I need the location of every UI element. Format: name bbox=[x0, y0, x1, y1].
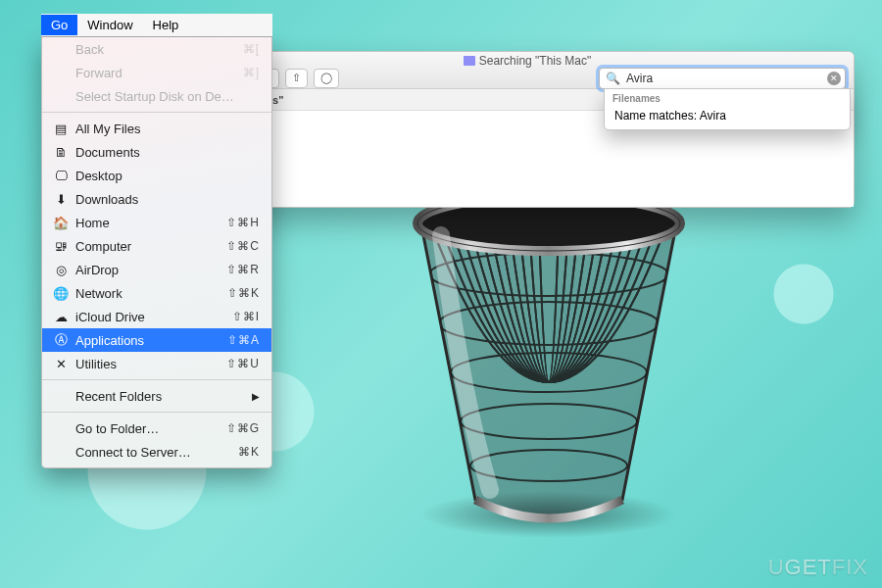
menu-goto-shortcut: ⇧⌘G bbox=[226, 421, 260, 435]
menu-airdrop[interactable]: ◎ AirDrop ⇧⌘R bbox=[42, 258, 271, 281]
watermark-u: U bbox=[768, 555, 785, 579]
menu-utilities[interactable]: ✕ Utilities ⇧⌘U bbox=[42, 352, 271, 375]
menu-back: Back ⌘[ bbox=[42, 37, 271, 61]
documents-icon: 🗎 bbox=[52, 144, 70, 160]
menubar: Go Window Help bbox=[41, 14, 272, 36]
menu-computer-label: Computer bbox=[75, 239, 226, 254]
menu-forward: Forward ⌘] bbox=[42, 61, 271, 84]
utilities-icon: ✕ bbox=[52, 356, 70, 371]
menu-computer-shortcut: ⇧⌘C bbox=[226, 239, 260, 253]
applications-icon: Ⓐ bbox=[52, 332, 70, 348]
menu-applications[interactable]: Ⓐ Applications ⇧⌘A bbox=[42, 328, 271, 352]
spacer-icon bbox=[52, 41, 70, 57]
watermark-fix: FIX bbox=[832, 555, 868, 579]
suggestion-item[interactable]: Name matches: Avira bbox=[605, 106, 850, 125]
menu-airdrop-shortcut: ⇧⌘R bbox=[226, 263, 260, 276]
finder-titlebar: Searching "This Mac" ‹ › ✻ ▾ ⇧ ◯ 🔍 ✕ bbox=[201, 52, 854, 89]
menu-downloads[interactable]: ⬇ Downloads bbox=[42, 187, 271, 211]
tags-button[interactable]: ◯ bbox=[314, 69, 339, 88]
search-icon: 🔍 bbox=[606, 72, 620, 85]
menu-back-shortcut: ⌘[ bbox=[243, 42, 260, 56]
menu-startup-disk: Select Startup Disk on De… bbox=[42, 84, 271, 108]
menu-computer[interactable]: 🖳 Computer ⇧⌘C bbox=[42, 234, 271, 258]
submenu-arrow-icon: ▶ bbox=[252, 391, 260, 402]
menu-allfiles-label: All My Files bbox=[75, 122, 260, 136]
search-field[interactable]: 🔍 ✕ bbox=[599, 68, 846, 89]
menu-forward-shortcut: ⌘] bbox=[243, 66, 260, 79]
suggestions-header: Filenames bbox=[605, 89, 850, 106]
search-input[interactable] bbox=[624, 71, 827, 86]
spacer-icon bbox=[52, 420, 70, 436]
menu-utilities-label: Utilities bbox=[75, 357, 226, 371]
spacer-icon bbox=[52, 88, 70, 104]
menu-downloads-label: Downloads bbox=[75, 192, 260, 207]
search-suggestions: Filenames Name matches: Avira bbox=[604, 88, 851, 130]
menu-all-my-files[interactable]: ▤ All My Files bbox=[42, 117, 271, 140]
clear-search-button[interactable]: ✕ bbox=[827, 72, 841, 85]
menu-network-shortcut: ⇧⌘K bbox=[227, 286, 260, 300]
menu-network-label: Network bbox=[75, 286, 227, 301]
menu-separator bbox=[42, 412, 271, 413]
menu-separator bbox=[42, 112, 271, 113]
menu-back-label: Back bbox=[75, 42, 243, 57]
menu-goto-label: Go to Folder… bbox=[75, 421, 226, 436]
menu-icloud[interactable]: ☁ iCloud Drive ⇧⌘I bbox=[42, 305, 271, 328]
menu-startup-label: Select Startup Disk on De… bbox=[75, 89, 260, 104]
menu-applications-shortcut: ⇧⌘A bbox=[227, 333, 260, 347]
watermark: UGETFIX bbox=[768, 555, 868, 580]
go-menu-dropdown: Back ⌘[ Forward ⌘] Select Startup Disk o… bbox=[41, 36, 272, 468]
icloud-icon: ☁ bbox=[52, 309, 70, 324]
menu-desktop[interactable]: 🖵 Desktop bbox=[42, 164, 271, 187]
menu-connect-label: Connect to Server… bbox=[75, 445, 238, 460]
menu-go-to-folder[interactable]: Go to Folder… ⇧⌘G bbox=[42, 416, 271, 440]
menu-documents[interactable]: 🗎 Documents bbox=[42, 140, 271, 164]
allfiles-icon: ▤ bbox=[52, 121, 70, 136]
menu-recent-folders[interactable]: Recent Folders ▶ bbox=[42, 384, 271, 408]
menu-network[interactable]: 🌐 Network ⇧⌘K bbox=[42, 281, 271, 305]
menu-home-shortcut: ⇧⌘H bbox=[226, 216, 260, 229]
menu-airdrop-label: AirDrop bbox=[75, 263, 226, 277]
menu-desktop-label: Desktop bbox=[75, 169, 260, 183]
downloads-icon: ⬇ bbox=[52, 191, 70, 207]
finder-title-text: Searching "This Mac" bbox=[479, 54, 592, 68]
spacer-icon bbox=[52, 444, 70, 460]
menu-forward-label: Forward bbox=[75, 66, 243, 80]
menu-icloud-shortcut: ⇧⌘I bbox=[232, 310, 260, 323]
menu-documents-label: Documents bbox=[75, 145, 260, 160]
menu-window[interactable]: Window bbox=[77, 15, 142, 35]
network-icon: 🌐 bbox=[52, 285, 70, 301]
share-button[interactable]: ⇧ bbox=[285, 69, 308, 88]
menu-utilities-shortcut: ⇧⌘U bbox=[226, 357, 260, 370]
folder-icon bbox=[464, 56, 475, 66]
menu-icloud-label: iCloud Drive bbox=[75, 310, 232, 324]
menu-recent-label: Recent Folders bbox=[75, 389, 252, 404]
finder-title: Searching "This Mac" bbox=[201, 54, 854, 68]
spacer-icon bbox=[52, 65, 70, 80]
finder-toolbar: ‹ › ✻ ▾ ⇧ ◯ 🔍 ✕ bbox=[209, 68, 846, 89]
home-icon: 🏠 bbox=[52, 215, 70, 230]
menu-connect-shortcut: ⌘K bbox=[238, 445, 260, 459]
spacer-icon bbox=[52, 388, 70, 404]
desktop-icon: 🖵 bbox=[52, 168, 70, 183]
menu-separator bbox=[42, 379, 271, 380]
watermark-get: GET bbox=[785, 555, 832, 579]
menu-help[interactable]: Help bbox=[143, 15, 189, 35]
airdrop-icon: ◎ bbox=[52, 262, 70, 277]
menu-applications-label: Applications bbox=[75, 333, 227, 348]
menu-go[interactable]: Go bbox=[41, 15, 77, 35]
menu-home[interactable]: 🏠 Home ⇧⌘H bbox=[42, 211, 271, 234]
menu-home-label: Home bbox=[75, 216, 226, 230]
computer-icon: 🖳 bbox=[52, 238, 70, 254]
menu-connect-server[interactable]: Connect to Server… ⌘K bbox=[42, 440, 271, 464]
